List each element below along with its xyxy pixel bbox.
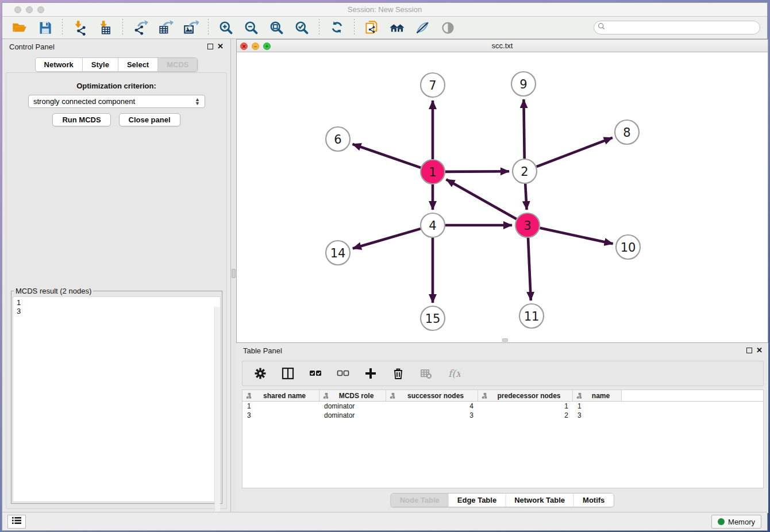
delete-row-icon[interactable] <box>391 366 406 381</box>
edge-1-6[interactable] <box>353 144 421 168</box>
import-table-icon[interactable] <box>97 19 114 36</box>
search-input[interactable] <box>606 22 760 33</box>
svg-text:3: 3 <box>523 219 531 233</box>
list-icon <box>12 516 21 527</box>
edge-2-3[interactable] <box>525 184 526 210</box>
edge-2-9[interactable] <box>523 99 524 159</box>
clone-network-icon[interactable] <box>363 19 380 36</box>
table-row[interactable]: 1dominator411 <box>242 402 763 411</box>
node-15[interactable]: 15 <box>421 306 445 330</box>
node-10[interactable]: 10 <box>616 235 640 259</box>
split-columns-icon[interactable] <box>280 366 295 381</box>
svg-text:15: 15 <box>425 312 441 326</box>
tab-node-table[interactable]: Node Table <box>391 494 449 507</box>
control-panel-header: Control Panel ✕ <box>2 39 230 54</box>
mcds-result-text[interactable]: 1 3 <box>13 296 221 502</box>
zoom-selected-icon[interactable] <box>293 19 310 36</box>
run-mcds-button[interactable]: Run MCDS <box>52 113 110 126</box>
column-header-shared-name[interactable]: shared name <box>242 390 319 401</box>
application-window: Session: New Session Control Panel ✕ Net… <box>2 2 768 531</box>
deselect-all-icon[interactable] <box>336 366 351 381</box>
network-splitter-grip[interactable] <box>502 338 508 342</box>
tab-select[interactable]: Select <box>118 58 158 71</box>
export-network-icon[interactable] <box>132 19 149 36</box>
tree-icon <box>389 392 396 399</box>
column-header-predecessor-nodes[interactable]: predecessor nodes <box>478 390 573 401</box>
table-cell: 1 <box>242 402 319 411</box>
open-file-icon[interactable] <box>11 19 28 36</box>
column-header-name[interactable]: name <box>573 390 622 401</box>
tab-mcds[interactable]: MCDS <box>158 58 197 71</box>
memory-button[interactable]: Memory <box>711 515 761 529</box>
window-title: Session: New Session <box>2 5 767 14</box>
table-cell: 3 <box>386 411 478 420</box>
main-toolbar <box>2 17 767 39</box>
node-table-header: shared nameMCDS rolesuccessor nodesprede… <box>242 390 763 402</box>
svg-text:4: 4 <box>429 219 436 233</box>
export-table-icon[interactable] <box>157 19 174 36</box>
node-14[interactable]: 14 <box>326 241 350 265</box>
import-network-icon[interactable] <box>71 19 88 36</box>
table-row[interactable]: 3dominator323 <box>242 411 763 420</box>
tab-network-table[interactable]: Network Table <box>506 494 574 507</box>
network-canvas[interactable]: 7 9 6 8 1 2 4 3 14 10 15 11 <box>237 52 768 342</box>
svg-text:9: 9 <box>519 78 527 91</box>
node-2[interactable]: 2 <box>513 159 537 183</box>
refresh-layout-icon[interactable] <box>328 19 345 36</box>
table-cell: 4 <box>386 402 478 411</box>
show-details-icon[interactable] <box>439 19 456 36</box>
task-history-button[interactable] <box>7 515 26 529</box>
column-header-successor-nodes[interactable]: successor nodes <box>386 390 478 401</box>
node-11[interactable]: 11 <box>519 304 544 328</box>
tree-icon <box>481 392 488 399</box>
node-7[interactable]: 7 <box>421 73 445 97</box>
zoom-in-icon[interactable] <box>217 19 234 36</box>
search-box[interactable] <box>594 21 760 34</box>
node-8[interactable]: 8 <box>615 120 639 144</box>
tab-network[interactable]: Network <box>36 58 83 71</box>
network-view-title: scc.txt <box>237 41 768 50</box>
float-panel-icon[interactable] <box>207 44 213 49</box>
edge-1-2[interactable] <box>445 171 509 172</box>
node-4[interactable]: 4 <box>421 213 445 237</box>
close-table-panel-icon[interactable]: ✕ <box>756 346 763 354</box>
close-panel-button[interactable]: Close panel <box>119 113 180 126</box>
edge-3-10[interactable] <box>540 228 613 244</box>
tab-style[interactable]: Style <box>83 58 118 71</box>
mcds-result-title: MCDS result (2 nodes) <box>14 287 93 295</box>
svg-text:7: 7 <box>429 79 436 92</box>
select-all-icon[interactable] <box>308 366 323 381</box>
save-session-icon[interactable] <box>36 19 53 36</box>
optimization-criterion-select[interactable]: strongly connected component ▲▼ <box>28 95 205 108</box>
zoom-out-icon[interactable] <box>242 19 260 36</box>
node-6[interactable]: 6 <box>326 127 350 151</box>
splitter-grip[interactable] <box>232 269 236 278</box>
add-row-icon[interactable] <box>363 366 378 381</box>
mcds-result-scrollbar[interactable] <box>214 307 220 511</box>
hide-details-icon[interactable] <box>414 19 431 36</box>
export-image-icon[interactable] <box>182 19 199 36</box>
node-table: shared nameMCDS rolesuccessor nodesprede… <box>242 390 764 488</box>
table-cell: dominator <box>319 411 386 420</box>
node-9[interactable]: 9 <box>511 72 536 96</box>
window-titlebar: Session: New Session <box>2 3 767 17</box>
svg-text:1: 1 <box>429 165 436 179</box>
edge-2-8[interactable] <box>537 138 613 167</box>
edge-3-11[interactable] <box>528 238 531 300</box>
edge-3-1[interactable] <box>446 179 517 219</box>
memory-status-icon <box>718 518 725 525</box>
edge-4-14[interactable] <box>353 229 421 248</box>
zoom-fit-icon[interactable] <box>268 19 285 36</box>
node-3[interactable]: 3 <box>515 213 540 237</box>
gear-icon[interactable] <box>253 366 268 381</box>
tab-motifs[interactable]: Motifs <box>574 494 613 507</box>
close-panel-icon[interactable]: ✕ <box>217 42 224 51</box>
float-table-panel-icon[interactable] <box>746 348 752 353</box>
column-header-MCDS-role[interactable]: MCDS role <box>319 390 386 401</box>
control-panel: Control Panel ✕ NetworkStyleSelectMCDS O… <box>2 39 231 513</box>
tab-edge-table[interactable]: Edge Table <box>449 494 506 507</box>
control-panel-tabs: NetworkStyleSelectMCDS <box>35 57 198 72</box>
first-neighbors-icon[interactable] <box>388 19 406 36</box>
svg-text:f(x): f(x) <box>448 368 460 379</box>
node-1[interactable]: 1 <box>421 160 445 184</box>
